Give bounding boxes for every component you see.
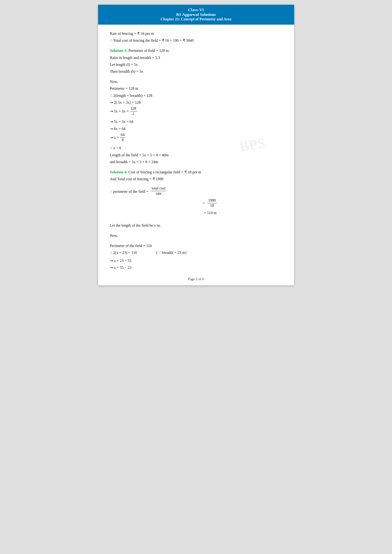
implies-x-frac-line: ⇒ x = 64 8 [110, 132, 282, 143]
header-class: Class-VI [103, 7, 289, 12]
perimeter-formula-block: ∴ perimeter of the field = total cost ra… [110, 186, 282, 196]
solution3-text: Perimeter of field = 128 m [127, 48, 169, 53]
implies-5x3x-64-line: ⇒ 5x + 3x = 64 [110, 118, 282, 125]
frac-totalcost-numerator: total cost [151, 186, 166, 191]
perimeter-label: ∴ perimeter of the field = [110, 186, 149, 195]
header-title: RS Aggarwal Solutions [103, 12, 289, 17]
sol4-eq2-text: = 110 m [204, 210, 217, 216]
page: BPS Class-VI RS Aggarwal Solutions Chapt… [98, 5, 294, 285]
implies-8x-64-line: ⇒ 8x = 64 [110, 125, 282, 132]
fraction-128-2: 128 2 [130, 106, 137, 116]
sol4-total-line: And Total cost of fencing = ₹ 1980 [110, 176, 282, 182]
length-field-line: Length of the field = 5x = 5 × 8 = 40m [110, 152, 282, 158]
length-let-line: Let length (l) = 5x [110, 61, 282, 68]
solution4-text: Cost of fencing a rectangular field = ₹ … [127, 170, 201, 174]
fraction-1980-18: 1980 18 [207, 198, 217, 208]
fraction-totalcost-rate: total cost rate [151, 186, 166, 196]
sol4-eq2-block: = 110 m [204, 210, 217, 216]
sol4-x-55-23-line: ⇒ x = 55 − 23 [110, 264, 282, 271]
sol4-breadth-note: { ∵ breadth = 23 m} [156, 249, 187, 256]
ratio-line: Ratio in length and breadth = 5:3 [110, 55, 282, 61]
frac-128-denominator: 2 [132, 111, 135, 116]
sol4-2x23-text: ∴ 2(x + 23) = 110 [110, 249, 137, 256]
breadth-field-line: and breadth = 3x = 3 × 8 = 24m [110, 159, 282, 165]
sol4-perimeter110-line: Perimeter of the field = 110 [110, 242, 282, 249]
rate-fencing-line: Rate of fencing = ₹ 16 per m [110, 30, 282, 37]
frac-64-denominator: 8 [121, 138, 125, 143]
page-footer: Page 2 of 6 [98, 277, 294, 281]
solution4-intro: Solution 4: Cost of fencing a rectangula… [110, 169, 282, 175]
solution4-label: Solution 4: [110, 170, 127, 174]
sol4-centered-block: = 1980 18 = 110 m [138, 198, 282, 217]
frac-totalcost-denominator: rate [155, 191, 162, 196]
sol4-2x23-line: ∴ 2(x + 23) = 110 { ∵ breadth = 23 m} [110, 249, 282, 256]
fraction-64-8: 64 8 [120, 132, 126, 143]
implies-2-5x3x-line: ⇒ 2( 5x + 3x) = 128 [110, 99, 282, 106]
frac-128-numerator: 128 [130, 106, 137, 111]
total-cost-line: ∴ Total cost of fencing the field = ₹ 16… [110, 37, 282, 44]
now2-line: Now, [110, 232, 282, 239]
frac-64-numerator: 64 [120, 132, 126, 138]
frac-1980-denominator: 18 [209, 203, 215, 208]
implies-5x3x-frac-line: ⇒ 5x + 3x = 128 2 [110, 106, 282, 116]
therefore-2lb-line: ∴ 2(length + breadth) = 128 [110, 92, 282, 99]
page-number: Page 2 of 6 [188, 277, 204, 281]
implies-x-frac-text: ⇒ x = [110, 134, 119, 141]
header-chapter: Chapter 21: Concept of Perimeter and Are… [103, 17, 289, 21]
breadth-let-line: Then breadth (b) = 3x [110, 68, 282, 75]
perimeter-128-line: Perimeter = 128 m [110, 85, 282, 92]
sol4-x23-55-line: ⇒ x + 23 = 55 [110, 257, 282, 264]
implies-5x3x-frac-text: ⇒ 5x + 3x = [110, 108, 129, 114]
page-header: Class-VI RS Aggarwal Solutions Chapter 2… [98, 5, 294, 25]
frac-1980-numerator: 1980 [207, 198, 217, 203]
sol4-let-line: Let the length of the field be x m. [110, 222, 282, 229]
therefore-x8-line: ∴ x = 8 [110, 145, 282, 151]
page-content: Rate of fencing = ₹ 16 per m ∴ Total cos… [98, 25, 294, 285]
now1-line: Now, [110, 78, 282, 85]
solution3-label: Solution 3: [110, 48, 127, 53]
solution3-intro: Solution 3: Perimeter of field = 128 m [110, 47, 282, 54]
sol4-eq1-equals: = [203, 200, 205, 206]
sol4-eq1-block: = 1980 18 [203, 198, 217, 208]
